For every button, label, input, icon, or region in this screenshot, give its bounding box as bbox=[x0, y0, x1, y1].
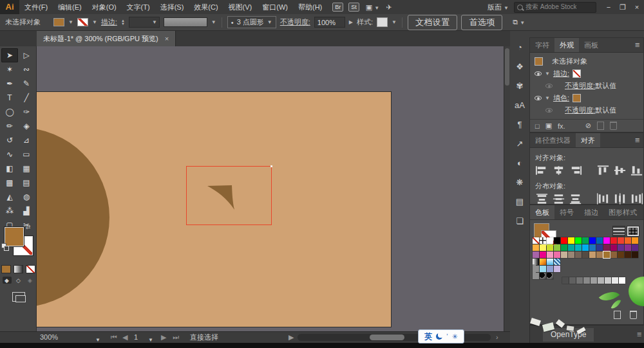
ime-settings-gear-icon[interactable]: ✳ bbox=[452, 333, 458, 341]
swatch[interactable] bbox=[568, 252, 574, 258]
document-setup-button[interactable]: 文档设置 bbox=[408, 15, 457, 30]
swatch[interactable] bbox=[582, 244, 589, 251]
brush-preview[interactable] bbox=[164, 17, 207, 27]
brush-definition-combo[interactable]: • 3 点圆形 ▼ bbox=[227, 16, 276, 28]
default-fill-stroke-icon[interactable] bbox=[1, 243, 8, 250]
curvature-tool[interactable]: ✎ bbox=[18, 77, 35, 91]
distribute-dv-middle-button[interactable] bbox=[552, 193, 565, 205]
canvas[interactable] bbox=[37, 46, 504, 331]
swatch[interactable] bbox=[562, 277, 569, 284]
last-artboard-icon[interactable]: ⏭ bbox=[173, 332, 179, 343]
expand-chevron-icon[interactable]: ▼ bbox=[545, 95, 550, 101]
align-h-right-button[interactable] bbox=[569, 165, 582, 176]
ime-fullhalf-moon-icon[interactable] bbox=[436, 333, 442, 340]
swatch[interactable] bbox=[568, 237, 574, 244]
close-button[interactable]: × bbox=[630, 0, 644, 14]
expand-chevron-icon[interactable]: ▼ bbox=[545, 71, 550, 77]
tab-close-icon[interactable]: × bbox=[165, 35, 169, 42]
none-button[interactable] bbox=[26, 265, 35, 273]
swatch[interactable] bbox=[619, 277, 625, 284]
swatch[interactable] bbox=[540, 244, 546, 251]
swap-fill-stroke-icon[interactable]: ⇄ bbox=[26, 224, 31, 230]
swatch[interactable] bbox=[533, 252, 539, 258]
distribute-dv-top-button[interactable] bbox=[535, 193, 549, 205]
menu-编辑(E)[interactable]: 编辑(E) bbox=[53, 0, 87, 14]
opacity-link[interactable]: 不透明度: bbox=[565, 106, 595, 114]
align-h-center-button[interactable] bbox=[552, 165, 565, 176]
layers-panel-icon[interactable]: ❏ bbox=[510, 211, 529, 230]
swatch[interactable] bbox=[561, 252, 567, 258]
gradient-panel-icon[interactable]: ▤ bbox=[510, 192, 529, 211]
gradient-button[interactable] bbox=[14, 265, 23, 273]
asset-export-panel-icon[interactable]: ❖ bbox=[510, 57, 529, 76]
clear-appearance-icon[interactable]: ⊘ bbox=[585, 122, 591, 130]
gradient-tool[interactable]: ▤ bbox=[18, 176, 35, 190]
swatch[interactable] bbox=[618, 237, 624, 244]
first-artboard-icon[interactable]: ⏮ bbox=[111, 332, 117, 343]
align-panel-menu-icon[interactable]: ≣ bbox=[632, 133, 643, 147]
brush-dropdown-icon[interactable]: ▼ bbox=[211, 19, 216, 25]
swatches-tab-符号[interactable]: 符号 bbox=[554, 205, 579, 219]
column-graph-tool[interactable]: ▟ bbox=[18, 204, 35, 218]
visibility-eye-icon[interactable] bbox=[535, 96, 542, 100]
swatch[interactable] bbox=[582, 252, 589, 258]
menu-窗口(W)[interactable]: 窗口(W) bbox=[257, 0, 293, 14]
free-transform-tool[interactable]: ▭ bbox=[18, 147, 35, 161]
stroke-color-swatch[interactable] bbox=[77, 18, 88, 26]
opacity-link[interactable]: 不透明度: bbox=[565, 82, 595, 89]
swatch[interactable] bbox=[568, 244, 574, 251]
paintbrush-tool[interactable]: ✑ bbox=[18, 105, 35, 119]
scale-tool[interactable]: ⊿ bbox=[18, 133, 35, 147]
draw-behind-mode[interactable]: ◇ bbox=[14, 277, 23, 284]
mesh-tool[interactable]: ▩ bbox=[1, 176, 18, 190]
draw-inside-mode[interactable]: ◈ bbox=[26, 277, 35, 284]
paragraph-styles-panel-icon[interactable]: ¶ bbox=[510, 114, 529, 134]
document-tab[interactable]: 未标题-1* @ 300% (RGB/GPU 预览) × bbox=[37, 31, 176, 46]
swatch[interactable] bbox=[583, 277, 590, 284]
shape-properties-panel-icon[interactable]: ◔ bbox=[510, 37, 529, 57]
swatch[interactable] bbox=[547, 273, 553, 279]
perspective-grid-tool[interactable]: ▦ bbox=[18, 161, 35, 176]
horizontal-scrollbar-thumb[interactable] bbox=[370, 334, 404, 340]
badge-br[interactable]: Br bbox=[332, 3, 343, 12]
swatch[interactable] bbox=[547, 259, 553, 265]
magic-wand-tool[interactable]: ✶ bbox=[1, 62, 18, 77]
swatch[interactable] bbox=[611, 252, 617, 258]
swatch[interactable] bbox=[618, 252, 624, 258]
swatch[interactable] bbox=[589, 252, 596, 258]
new-fill-icon[interactable]: ▣ bbox=[545, 122, 552, 130]
distribute-dv-bottom-button[interactable] bbox=[569, 193, 582, 205]
swatch[interactable] bbox=[561, 244, 567, 251]
swatches-tab-图形样式[interactable]: 图形样式 bbox=[603, 205, 642, 219]
visibility-eye-icon[interactable] bbox=[545, 108, 553, 113]
swatch[interactable] bbox=[582, 237, 589, 244]
align-v-middle-button[interactable] bbox=[613, 165, 627, 176]
fill-stroke-proxy[interactable]: ⇄ bbox=[0, 226, 37, 262]
next-artboard-icon[interactable]: ▶ bbox=[161, 332, 166, 343]
blend-tool[interactable]: ◍ bbox=[18, 190, 35, 204]
appearance-tab-字符[interactable]: 字符 bbox=[530, 38, 554, 52]
swatch[interactable] bbox=[540, 252, 546, 258]
style-swatch[interactable] bbox=[377, 17, 388, 27]
brushes-panel-icon[interactable]: ✾ bbox=[510, 76, 529, 95]
swatches-tab-描边[interactable]: 描边 bbox=[579, 205, 603, 219]
swatch[interactable] bbox=[596, 244, 603, 251]
swatch[interactable] bbox=[547, 266, 553, 272]
align-h-left-button[interactable] bbox=[535, 165, 549, 176]
swatch[interactable] bbox=[554, 252, 560, 258]
menu-文字(T)[interactable]: 文字(T) bbox=[122, 0, 155, 14]
swatch[interactable] bbox=[589, 237, 596, 244]
artboard-number-field[interactable]: 1 bbox=[134, 332, 138, 343]
symbol-sprayer-tool[interactable]: ⁂ bbox=[1, 204, 18, 218]
fill-row-label[interactable]: 填色: bbox=[553, 93, 569, 103]
swatch[interactable] bbox=[625, 244, 631, 251]
swatch[interactable] bbox=[596, 237, 603, 244]
swatch[interactable] bbox=[591, 277, 597, 284]
export-panel-icon[interactable]: ↗ bbox=[510, 134, 529, 153]
opacity-label[interactable]: 不透明度: bbox=[280, 17, 310, 27]
eyedropper-tool[interactable]: ◭ bbox=[1, 190, 18, 204]
arrange-documents-icon[interactable]: ▣ ▼ bbox=[366, 3, 379, 12]
draw-normal-mode[interactable]: ◆ bbox=[3, 277, 12, 284]
grid-view-button[interactable] bbox=[627, 226, 639, 237]
line-segment-tool[interactable]: ╱ bbox=[18, 91, 35, 105]
